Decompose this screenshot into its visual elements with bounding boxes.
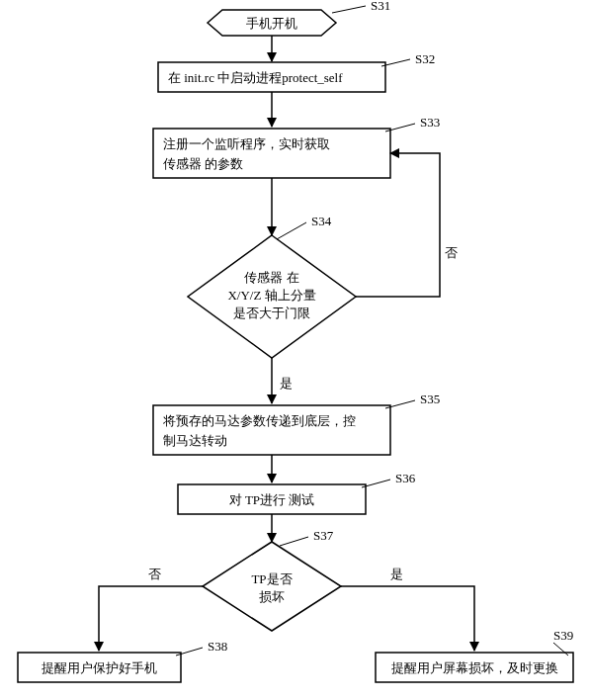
svg-marker-19 — [203, 542, 341, 631]
svg-text:S31: S31 — [371, 0, 390, 13]
node-s36-process: 对 TP进行 测试 — [178, 484, 366, 514]
svg-text:S39: S39 — [553, 628, 573, 643]
s34-no-label: 否 — [445, 245, 458, 260]
svg-text:S33: S33 — [420, 115, 440, 130]
s37-no-label: 否 — [148, 567, 161, 581]
svg-text:S37: S37 — [313, 528, 334, 543]
s35-line1: 将预存的马达参数传递到底层，控 — [162, 413, 356, 428]
s34-line3: 是否大于门限 — [233, 306, 310, 320]
label-s35: S35 — [385, 392, 440, 408]
s33-line1: 注册一个监听程序，实时获取 — [163, 136, 330, 151]
s35-line2: 制马达转动 — [163, 433, 227, 448]
svg-line-26 — [553, 643, 568, 656]
edge-s34-no: 否 — [356, 153, 458, 297]
label-s32: S32 — [381, 51, 435, 66]
s38-text: 提醒用户保护好手机 — [42, 660, 157, 675]
s32-text: 在 init.rc 中启动进程protect_self — [168, 70, 343, 85]
s33-line2: 传感器 的参数 — [163, 156, 243, 171]
s34-yes-label: 是 — [280, 376, 293, 391]
node-s31-start: 手机开机 — [208, 10, 336, 36]
svg-line-20 — [280, 537, 308, 546]
label-s38: S38 — [176, 639, 227, 656]
edge-s37-yes: 是 — [341, 567, 474, 651]
node-s34-decision: 传感器 在 X/Y/Z 轴上分量 是否大于门限 — [188, 235, 356, 358]
edge-s37-no: 否 — [99, 567, 203, 651]
s34-line2: X/Y/Z 轴上分量 — [227, 288, 315, 303]
label-s31: S31 — [332, 0, 390, 13]
node-s33-process: 注册一个监听程序，实时获取 传感器 的参数 — [153, 129, 390, 178]
s37-line1: TP是否 — [251, 571, 292, 586]
svg-line-14 — [385, 400, 415, 408]
svg-text:S38: S38 — [208, 639, 227, 654]
node-s39-process: 提醒用户屏幕损坏，及时更换 — [376, 653, 573, 682]
svg-text:S36: S36 — [395, 471, 416, 485]
s37-yes-label: 是 — [390, 567, 403, 581]
label-s34: S34 — [277, 214, 332, 239]
node-s32-process: 在 init.rc 中启动进程protect_self — [158, 62, 385, 92]
svg-line-7 — [385, 124, 415, 131]
label-s33: S33 — [385, 115, 440, 131]
node-s37-decision: TP是否 损坏 — [203, 542, 341, 631]
s31-text: 手机开机 — [246, 16, 297, 31]
s36-text: 对 TP进行 测试 — [229, 492, 315, 507]
svg-line-10 — [277, 222, 306, 239]
svg-text:S34: S34 — [311, 214, 332, 228]
label-s37: S37 — [280, 528, 334, 546]
label-s36: S36 — [362, 471, 416, 487]
s39-text: 提醒用户屏幕损坏，及时更换 — [391, 660, 558, 675]
edge-s34-yes: 是 — [272, 358, 293, 403]
node-s38-process: 提醒用户保护好手机 — [18, 653, 181, 682]
svg-text:S32: S32 — [415, 51, 435, 66]
label-s39: S39 — [553, 628, 573, 656]
s37-line2: 损坏 — [259, 589, 285, 604]
svg-line-17 — [362, 480, 390, 487]
s34-line1: 传感器 在 — [244, 270, 298, 285]
svg-text:S35: S35 — [420, 392, 440, 406]
node-s35-process: 将预存的马达参数传递到底层，控 制马达转动 — [153, 405, 390, 455]
svg-line-23 — [176, 648, 203, 656]
svg-line-1 — [332, 6, 366, 13]
